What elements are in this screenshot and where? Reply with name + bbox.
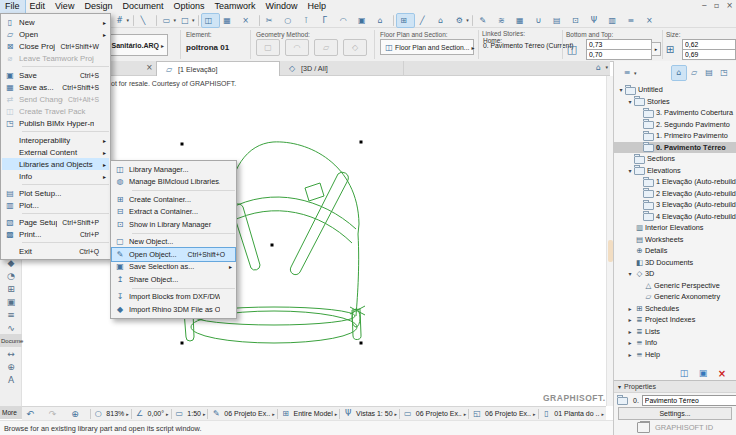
navigator-tree-item[interactable]: ≣ Lists [614, 326, 736, 338]
toolbar-icon[interactable]: ∪ ▾ [531, 14, 549, 27]
toolbox-more-section[interactable]: More [0, 406, 22, 419]
toolbar-icon[interactable]: ⊞ ▾ [397, 14, 415, 27]
navigator-tree-item[interactable]: 0. Pavimento Térreo [614, 142, 736, 154]
navigator-tree-item[interactable]: Sections [614, 153, 736, 165]
toolbar-icon[interactable]: Γ ▾ [318, 14, 336, 27]
submenu-item[interactable]: ↥ Share Object... ▸ [112, 273, 235, 286]
expand-arrow-icon[interactable] [626, 328, 634, 335]
quickbar-item[interactable]: ▯ 01 Planta do .. ▸ [538, 408, 606, 420]
toolbar-icon[interactable]: ▣ ▾ [355, 14, 373, 27]
submenu-item[interactable]: ⊡ Show in Library Manager ▸ [112, 218, 235, 231]
toolbar-icon[interactable]: ✂ ▾ [262, 14, 280, 27]
navigator-tree-item[interactable]: ≣ Project Indexes [614, 314, 736, 326]
toolbar-icon[interactable]: ▭ ▾ [160, 14, 178, 27]
navigator-tree-item[interactable]: 4 Elevação (Auto-rebuild Model) [614, 211, 736, 223]
home-story-value[interactable]: 0. Pavimento Térreo (Current) [483, 42, 574, 49]
quickbar-item[interactable]: ◱ 06 Projeto Ex.. ▸ [469, 408, 537, 420]
bottom-top-flyout-button[interactable]: ▸ [651, 42, 661, 56]
size-height-input[interactable] [682, 49, 736, 60]
toolbar-icon[interactable]: ⊺ ▾ [299, 14, 317, 27]
menu-item[interactable]: ▦ Save as... Ctrl+Shift+S ▸ [2, 81, 109, 93]
navigator-tree-item[interactable]: ◧ 3D Documents [614, 257, 736, 269]
expand-arrow-icon[interactable] [626, 270, 634, 277]
toolbox-tool[interactable]: Docume [0, 334, 22, 347]
expand-arrow-icon[interactable] [617, 86, 625, 93]
quickbar-item[interactable]: ↷ ▸ [45, 408, 68, 420]
quickbar-item[interactable]: ○ 813% ▸ [90, 408, 130, 420]
menu-item[interactable]: ▣ Save Ctrl+S ▸ [2, 69, 109, 81]
navigator-tree-item[interactable]: 3 Elevação (Auto-rebuild Model) [614, 199, 736, 211]
toolbar-icon[interactable]: ╱ ▾ [415, 14, 433, 27]
submenu-item[interactable]: ↧ Import Blocks from DXF/DWG ▸ [112, 291, 235, 304]
navigator-tree-item[interactable]: ⊕ Details [614, 245, 736, 257]
toolbar-icon[interactable]: ✎ ▾ [476, 14, 494, 27]
menubar-item[interactable]: View [50, 0, 79, 13]
navigator-tree-item[interactable]: 3. Pavimento Cobertura [614, 107, 736, 119]
geometry-method-icon[interactable]: ▱ [314, 39, 338, 56]
toolbar-icon[interactable]: ▦ ▾ [513, 14, 531, 27]
menubar-item[interactable]: Teamwork [209, 0, 260, 13]
close-tab-icon[interactable]: × [146, 63, 153, 72]
new-viewpoint-icon[interactable]: ▣ [697, 368, 709, 378]
toolbar-icon[interactable]: ▾ [472, 15, 473, 26]
view-tab[interactable]: ▱ [1 Elevação] [156, 61, 280, 76]
menu-item[interactable]: ◳ Publish BIMx Hyper-model... ▸ [2, 117, 109, 129]
toolbar-icon[interactable]: ▾ [259, 15, 260, 26]
toolbar-icon[interactable]: ◫ ▾ [202, 14, 220, 27]
properties-header[interactable]: ▾ Properties [614, 380, 736, 393]
navigator-tree-item[interactable]: ▤ Worksheets [614, 234, 736, 246]
geometry-method-icon[interactable]: ◠ [285, 39, 309, 56]
story-name-input[interactable] [642, 395, 736, 406]
close-icon[interactable]: × [726, 0, 733, 12]
toolbar-icon[interactable]: ▾ [156, 15, 157, 26]
toolbar-icon[interactable]: □ ▾ [178, 14, 196, 27]
expand-arrow-icon[interactable] [626, 339, 634, 346]
navigator-settings-button[interactable]: ≡ ▾ [620, 66, 638, 80]
navigator-tree-item[interactable]: ≡ Info [614, 337, 736, 349]
toolbar-icon[interactable]: ▾ [393, 15, 394, 26]
quickbar-item[interactable]: ▭ 1:50 ▸ [171, 408, 207, 420]
submenu-item[interactable]: ▣ Save Selection as... ▸ [112, 261, 235, 274]
toolbar-icon[interactable]: ▾ [198, 15, 199, 26]
toolbox-tool[interactable]: A [0, 373, 22, 386]
submenu-item[interactable]: ⊟ Extract a Container... ▸ [112, 206, 235, 219]
delete-icon[interactable]: × [716, 368, 728, 378]
menu-item[interactable]: ▧ Page Setup... Ctrl+Shift+P ▸ [2, 216, 109, 228]
toolbox-tool[interactable]: ⊞ [0, 282, 22, 295]
menu-item[interactable]: External Content ▸ [2, 146, 109, 158]
navigator-tree-item[interactable]: Stories [614, 96, 736, 108]
toolbox-tool[interactable]: ▣ [0, 295, 22, 308]
menu-item[interactable]: ▤ Plot Setup... ▸ [2, 187, 109, 199]
view-tab[interactable]: ◇ [3D / All] [280, 61, 404, 76]
menu-item[interactable]: Exit Ctrl+Q ▸ [2, 245, 109, 257]
navigator-tree-item[interactable]: ⊞ Schedules [614, 303, 736, 315]
toolbar-icon[interactable]: ▾ [133, 15, 134, 26]
menubar-item[interactable]: Document [117, 0, 168, 13]
toolbar-icon[interactable]: ▥ ▾ [605, 14, 623, 27]
geometry-method-icon[interactable]: ◇ [343, 39, 367, 56]
toolbar-icon[interactable]: ≡ ▾ [624, 14, 642, 27]
navigator-tree-item[interactable]: ▥ Interior Elevations [614, 222, 736, 234]
menubar-item[interactable]: Help [303, 0, 332, 13]
quickbar-item[interactable]: ⊞ Entire Model ▸ [277, 408, 339, 420]
navigator-tree-item[interactable]: 2. Segundo Pavimento [614, 119, 736, 131]
view-map-button[interactable]: ▱ [687, 66, 701, 80]
menu-item[interactable]: ⌀ Leave Teamwork Project ▸ [2, 52, 109, 64]
navigator-tree-item[interactable]: ◇ 3D [614, 268, 736, 280]
expand-arrow-icon[interactable] [626, 351, 634, 358]
expand-arrow-icon[interactable] [626, 98, 634, 105]
top-value-input[interactable] [586, 49, 652, 60]
toolbar-icon[interactable]: ⊡ ▾ [568, 14, 586, 27]
toolbox-tool[interactable]: ∿ [0, 321, 22, 334]
clone-folder-icon[interactable]: ◫ [678, 368, 690, 378]
menu-item[interactable]: ◫ Create Travel Pack ▸ [2, 105, 109, 117]
toolbar-icon[interactable]: ▤ ▾ [550, 14, 568, 27]
publisher-button[interactable]: ◳ [717, 66, 731, 80]
layout-book-button[interactable]: ▤ [702, 66, 716, 80]
toolbar-icon[interactable]: ⌂ ▾ [434, 14, 452, 27]
quickbar-item[interactable]: ✎ 06 Projeto Ex.. ▸ [208, 408, 276, 420]
toolbar-icon[interactable]: ▦ ▾ [220, 14, 238, 27]
submenu-item[interactable]: ◆ Import Rhino 3DM File as Object... ▸ [112, 303, 235, 316]
menu-item[interactable]: ▱ Open ▸ [2, 28, 109, 40]
project-map-button[interactable]: ⌂ [672, 66, 686, 80]
